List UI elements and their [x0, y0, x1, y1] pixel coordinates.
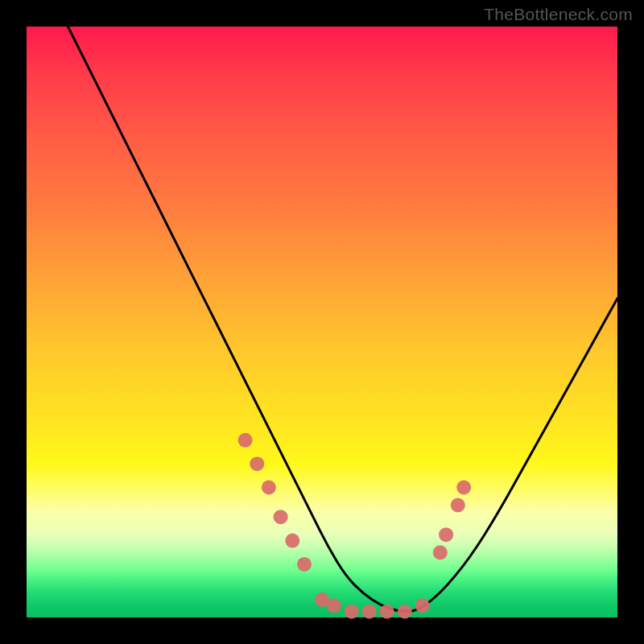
watermark-text: TheBottleneck.com	[484, 5, 633, 24]
data-marker	[297, 557, 312, 572]
data-marker	[433, 545, 448, 559]
data-marker	[398, 605, 412, 619]
curve-path	[68, 27, 617, 612]
data-marker	[451, 498, 465, 513]
bottleneck-curve-svg	[27, 27, 617, 617]
data-marker	[285, 534, 299, 548]
data-marker	[250, 456, 264, 471]
data-marker	[380, 605, 394, 619]
data-marker	[362, 605, 377, 619]
black-frame: TheBottleneck.com	[0, 0, 644, 644]
chart-plot-area	[27, 27, 617, 617]
data-marker	[327, 598, 341, 613]
curve-line	[68, 27, 617, 612]
data-marker	[238, 433, 253, 448]
data-marker	[456, 481, 471, 495]
data-marker	[439, 527, 453, 542]
data-marker	[345, 605, 359, 619]
marker-group	[238, 433, 472, 619]
data-marker	[274, 510, 288, 524]
data-marker	[415, 598, 430, 613]
data-marker	[262, 481, 276, 495]
